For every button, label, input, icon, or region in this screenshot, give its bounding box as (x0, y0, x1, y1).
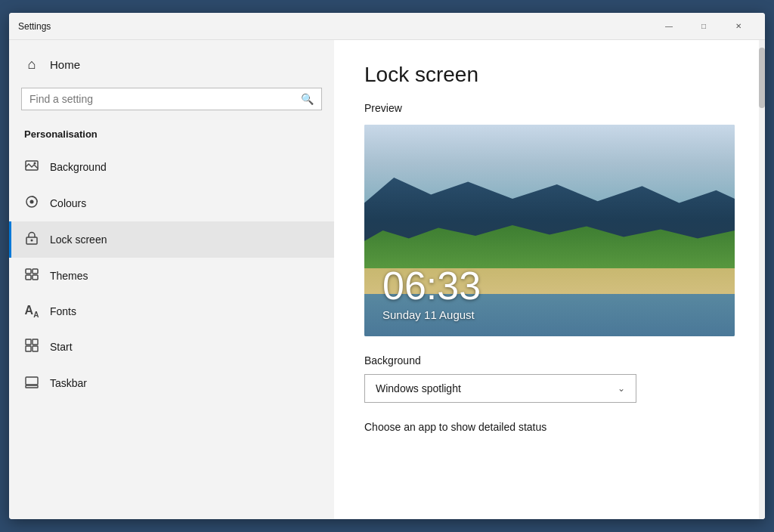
lock-screen-icon (24, 231, 39, 248)
section-title: Personalisation (9, 122, 334, 149)
svg-rect-7 (33, 269, 38, 274)
window-title: Settings (18, 21, 652, 32)
fonts-icon: AA (24, 304, 39, 319)
preview-date: Sunday 11 August (382, 308, 481, 321)
sidebar: Home 🔍 Personalisation Background (9, 40, 334, 519)
svg-rect-14 (26, 377, 38, 385)
page-title: Lock screen (364, 63, 735, 87)
titlebar: Settings — □ ✕ (9, 13, 765, 40)
svg-point-5 (31, 240, 33, 242)
close-button[interactable]: ✕ (721, 15, 756, 38)
start-icon (24, 339, 39, 355)
minimize-button[interactable]: — (652, 15, 686, 38)
background-label: Background (50, 161, 107, 173)
scrollbar-track[interactable] (759, 40, 765, 519)
colours-icon (24, 195, 39, 212)
home-icon (24, 57, 39, 73)
taskbar-icon (24, 375, 39, 391)
window-controls: — □ ✕ (652, 15, 756, 38)
sidebar-item-fonts[interactable]: AA Fonts (9, 294, 334, 329)
svg-rect-11 (33, 339, 38, 345)
sidebar-item-start[interactable]: Start (9, 329, 334, 365)
lock-screen-preview: 06:33 Sunday 11 August (364, 125, 735, 336)
maximize-button[interactable]: □ (686, 15, 721, 38)
preview-label: Preview (364, 102, 735, 114)
lock-screen-label: Lock screen (50, 234, 107, 246)
preview-time: 06:33 (382, 266, 481, 305)
sidebar-item-background[interactable]: Background (9, 149, 334, 185)
main-content: Lock screen Preview 06:33 Sunday 11 Augu… (334, 40, 765, 519)
sidebar-item-taskbar[interactable]: Taskbar (9, 365, 334, 401)
themes-label: Themes (50, 270, 88, 282)
home-label: Home (50, 58, 80, 71)
background-section-label: Background (364, 354, 735, 367)
search-input[interactable] (29, 93, 295, 105)
svg-rect-9 (33, 275, 38, 280)
svg-rect-8 (26, 275, 31, 280)
themes-icon (24, 268, 39, 284)
svg-rect-12 (26, 346, 31, 351)
background-icon (24, 159, 39, 175)
sidebar-item-home[interactable]: Home (9, 48, 334, 82)
svg-point-1 (34, 162, 36, 165)
chevron-down-icon: ⌄ (618, 383, 625, 394)
content-area: Home 🔍 Personalisation Background (9, 40, 765, 519)
search-icon: 🔍 (301, 93, 314, 105)
svg-rect-13 (33, 346, 38, 351)
sidebar-item-themes[interactable]: Themes (9, 258, 334, 294)
search-box: 🔍 (21, 88, 322, 110)
sidebar-item-colours[interactable]: Colours (9, 185, 334, 221)
fonts-label: Fonts (50, 305, 76, 317)
taskbar-label: Taskbar (50, 377, 87, 389)
scrollbar-thumb[interactable] (759, 48, 765, 108)
start-label: Start (50, 341, 73, 353)
svg-rect-6 (26, 269, 31, 274)
colours-label: Colours (50, 197, 86, 209)
background-dropdown[interactable]: Windows spotlight ⌄ (364, 374, 636, 403)
svg-point-3 (30, 200, 34, 204)
dropdown-value: Windows spotlight (376, 382, 461, 394)
sidebar-item-lock-screen[interactable]: Lock screen (9, 221, 334, 258)
choose-app-label: Choose an app to show detailed status (364, 421, 735, 433)
settings-window: Settings — □ ✕ Home 🔍 Personalisation (9, 13, 765, 519)
svg-rect-15 (26, 385, 38, 388)
svg-rect-10 (26, 339, 31, 345)
preview-overlay: 06:33 Sunday 11 August (364, 251, 499, 336)
